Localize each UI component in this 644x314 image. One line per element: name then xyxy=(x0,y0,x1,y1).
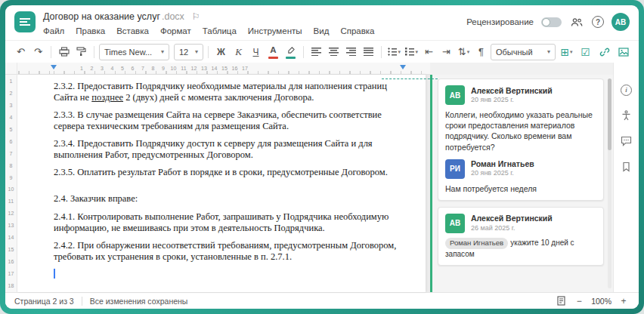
font-size-select[interactable]: 12 ▾ xyxy=(174,44,203,60)
comment-text: Коллеги, необходимо указать реальные сро… xyxy=(445,109,596,152)
ruler-number: 14 xyxy=(5,235,17,240)
ruler-number: 12 xyxy=(5,211,17,216)
bookmark-icon xyxy=(622,162,630,172)
indent-marker-left[interactable] xyxy=(51,65,57,72)
menu-item[interactable]: Правка xyxy=(76,26,105,35)
italic-button[interactable]: К xyxy=(231,44,246,60)
align-justify-button[interactable] xyxy=(361,44,376,60)
printer-icon xyxy=(59,47,70,57)
redo-button[interactable]: ↷ xyxy=(30,44,46,60)
ruler-gap xyxy=(613,63,639,75)
align-right-icon xyxy=(346,48,356,56)
document-page[interactable]: 2.3.2. Предоставить Подрядчику необходим… xyxy=(17,75,426,292)
horizontal-ruler[interactable]: 1234567891011121314151617 xyxy=(17,63,430,75)
paragraph-list: 2.3.3. В случае размещения Сайта на серв… xyxy=(54,109,398,262)
ruler-number: 10 xyxy=(5,186,17,192)
help-icon[interactable]: ? xyxy=(592,16,604,28)
document-info-button[interactable]: i xyxy=(619,82,634,97)
indent-marker-right[interactable] xyxy=(400,65,406,72)
insert-link-button[interactable] xyxy=(596,44,612,60)
comment-header: АВ Алексей Вертинский 26 май 2025 г. xyxy=(445,214,596,233)
decrease-indent-button[interactable]: ⇤ xyxy=(421,44,437,60)
app-logo[interactable] xyxy=(14,11,36,32)
align-center-icon xyxy=(329,48,339,56)
undo-button[interactable]: ↶ xyxy=(13,44,29,60)
paragraph[interactable]: 2.4. Заказчик вправе: xyxy=(54,193,398,205)
toolbar-divider xyxy=(94,46,94,58)
nonprinting-chars-button[interactable]: ¶ xyxy=(473,44,489,60)
review-mode-label: Рецензирование xyxy=(466,17,534,26)
font-name-value: Times New... xyxy=(104,48,152,57)
insert-table-button[interactable]: ⊞▾ xyxy=(559,44,574,60)
menu-item[interactable]: Справка xyxy=(340,26,374,35)
comments-button[interactable] xyxy=(619,134,634,149)
copy-style-button[interactable] xyxy=(73,44,89,60)
print-button[interactable] xyxy=(56,44,72,60)
header-middle: Договор на оказание услуг .docx ⚐ ФайлПр… xyxy=(43,10,466,38)
fit-page-button[interactable] xyxy=(555,295,567,307)
document-title: Договор на оказание услуг xyxy=(43,11,160,22)
collaboration-icon[interactable] xyxy=(569,14,584,29)
align-right-button[interactable] xyxy=(343,44,359,60)
paragraph[interactable]: 2.4.2. При обнаружении несоответствий тр… xyxy=(54,240,398,262)
zoom-controls: − 100% + xyxy=(555,295,630,307)
vertical-ruler[interactable]: 123456789101112131415161718 xyxy=(5,75,17,292)
comment-date: 26 май 2025 г. xyxy=(471,224,553,233)
zoom-out-button[interactable]: − xyxy=(573,295,585,307)
fit-page-icon xyxy=(556,296,566,306)
align-center-button[interactable] xyxy=(326,44,342,60)
statusbar-divider xyxy=(82,297,82,306)
comment-author: Алексей Вертинский xyxy=(471,86,553,96)
highlight-color-button[interactable] xyxy=(283,44,299,60)
page-indicator[interactable]: Страница 2 из 3 xyxy=(14,297,74,306)
menu-item[interactable]: Вид xyxy=(314,26,330,35)
increase-indent-button[interactable]: ⇥ xyxy=(438,44,454,60)
menu-item[interactable]: Инструменты xyxy=(248,26,302,35)
comment-thread[interactable]: АВ Алексей Вертинский 20 янв 2025 г. Кол… xyxy=(438,78,604,201)
paragraph-style-value: Обычный xyxy=(496,48,533,57)
zoom-in-button[interactable]: + xyxy=(618,295,630,307)
accessibility-button[interactable] xyxy=(619,108,634,123)
review-toggle[interactable] xyxy=(541,17,562,27)
paragraph[interactable]: 2.4.1. Контролировать выполнение Работ, … xyxy=(54,211,398,233)
paragraph[interactable]: 2.3.5. Оплатить результат Работ в порядк… xyxy=(54,167,398,178)
document-area: 2.3.2. Предоставить Подрядчику необходим… xyxy=(17,75,430,292)
paragraph[interactable]: 2.3.4. Предоставить Подрядчику доступ к … xyxy=(54,138,398,160)
insert-checkbox-button[interactable]: ☑ xyxy=(577,44,593,60)
menu-item[interactable]: Вставка xyxy=(116,26,149,35)
bold-button[interactable]: Ж xyxy=(213,44,229,60)
menu-item[interactable]: Файл xyxy=(43,26,64,35)
comment-reply-text: Нам потребуется неделя xyxy=(445,183,596,194)
line-spacing-button[interactable]: ⇅▾ xyxy=(456,44,472,60)
link-icon xyxy=(599,47,610,57)
comments-scrollbar[interactable] xyxy=(608,78,611,288)
ruler-number: 2 xyxy=(5,91,17,96)
paragraph-style-select[interactable]: Обычный ▾ xyxy=(491,44,556,60)
font-color-button[interactable]: А xyxy=(265,44,281,60)
bookmark-button[interactable] xyxy=(619,159,634,174)
comment-thread[interactable]: АВ Алексей Вертинский 26 май 2025 г. Ром… xyxy=(438,207,604,266)
chat-bubble-icon xyxy=(621,136,632,146)
font-name-select[interactable]: Times New... ▾ xyxy=(99,44,169,60)
underline-button[interactable]: Ч xyxy=(248,44,264,60)
redo-icon: ↷ xyxy=(34,46,42,57)
align-justify-icon xyxy=(364,48,373,56)
paragraph[interactable]: 2.3.2. Предоставить Подрядчику необходим… xyxy=(54,81,398,103)
comment-author: Роман Игнатьев xyxy=(471,159,534,169)
favorite-flag-icon[interactable]: ⚐ xyxy=(192,12,200,21)
main-area: 123456789101112131415161718 2.3.2. Предо… xyxy=(5,75,639,292)
info-icon: i xyxy=(621,85,632,96)
paragraph[interactable]: 2.3.3. В случае размещения Сайта на серв… xyxy=(54,109,398,131)
menu-item[interactable]: Формат xyxy=(160,26,191,35)
zoom-level[interactable]: 100% xyxy=(591,297,611,306)
scrollbar-thumb[interactable] xyxy=(608,78,611,150)
undo-icon: ↶ xyxy=(17,46,25,57)
format-painter-icon xyxy=(76,47,86,57)
numbered-list-button[interactable]: ▾ xyxy=(404,44,420,60)
mention-chip[interactable]: Роман Игнатьев xyxy=(445,238,508,249)
bullet-list-button[interactable]: ▾ xyxy=(386,44,402,60)
align-left-button[interactable] xyxy=(308,44,324,60)
user-avatar[interactable]: АВ xyxy=(611,13,630,31)
menu-item[interactable]: Таблица xyxy=(203,26,237,35)
insert-image-button[interactable] xyxy=(615,44,631,60)
